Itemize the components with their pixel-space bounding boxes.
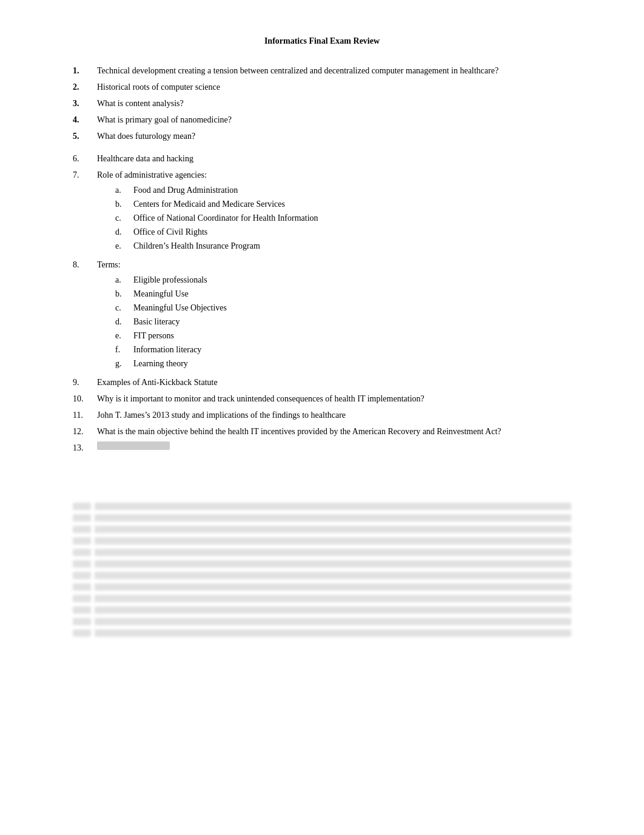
sub-list-item: c. Office of National Coordinator for He… — [115, 212, 571, 224]
sub-list-item: a. Eligible professionals — [115, 273, 571, 286]
item-text: Terms: — [97, 260, 121, 269]
sub-text: Children’s Health Insurance Program — [133, 240, 260, 252]
sub-text: Meaningful Use Objectives — [133, 301, 227, 314]
page: Informatics Final Exam Review 1. Technic… — [0, 0, 644, 835]
sub-text: Food and Drug Administration — [133, 184, 238, 196]
sub-letter: b. — [115, 287, 133, 300]
sub-text: Meaningful Use — [133, 287, 189, 300]
sub-letter: c. — [115, 212, 133, 224]
item-text: Role of administrative agencies: — [97, 170, 207, 179]
list-item: 4. What is primary goal of nanomedicine? — [73, 113, 571, 126]
item-number: 8. — [73, 258, 97, 372]
list-item: 13. — [73, 441, 571, 454]
item-text: Healthcare data and hacking — [97, 152, 571, 165]
item-number: 12. — [73, 425, 97, 438]
item-number: 7. — [73, 169, 97, 255]
item-number: 11. — [73, 409, 97, 421]
list-item: 7. Role of administrative agencies: a. F… — [73, 169, 571, 255]
item-text: Technical development creating a tension… — [97, 64, 571, 77]
item-content: Role of administrative agencies: a. Food… — [97, 169, 571, 255]
sub-letter: a. — [115, 184, 133, 196]
sub-text: Office of National Coordinator for Healt… — [133, 212, 318, 224]
sub-text: Centers for Medicaid and Medicare Servic… — [133, 198, 285, 210]
list-item: 10. Why is it important to monitor and t… — [73, 392, 571, 405]
item-content: Terms: a. Eligible professionals b. Mean… — [97, 258, 571, 372]
sub-list-item: g. Learning theory — [115, 357, 571, 370]
sub-list-item: b. Meaningful Use — [115, 287, 571, 300]
item-number: 1. — [73, 64, 97, 77]
sub-list: a. Eligible professionals b. Meaningful … — [115, 273, 571, 370]
item-number: 5. — [73, 130, 97, 143]
sub-list-item: e. Children’s Health Insurance Program — [115, 240, 571, 252]
sub-text: FIT persons — [133, 329, 174, 342]
item-text: John T. James’s 2013 study and implicati… — [97, 409, 571, 421]
item-text: Examples of Anti-Kickback Statute — [97, 376, 571, 389]
sub-letter: d. — [115, 315, 133, 328]
sub-letter: d. — [115, 226, 133, 238]
item-text: What is primary goal of nanomedicine? — [97, 113, 571, 126]
list-item: 1. Technical development creating a tens… — [73, 64, 571, 77]
sub-letter: f. — [115, 343, 133, 356]
sub-letter: e. — [115, 240, 133, 252]
sub-text: Learning theory — [133, 357, 188, 370]
item-number: 3. — [73, 97, 97, 110]
sub-list-item: b. Centers for Medicaid and Medicare Ser… — [115, 198, 571, 210]
item-text: What does futurology mean? — [97, 130, 571, 143]
list-item: 2. Historical roots of computer science — [73, 81, 571, 93]
sub-text: Eligible professionals — [133, 273, 207, 286]
main-list: 1. Technical development creating a tens… — [73, 64, 571, 454]
sub-list-item: f. Information literacy — [115, 343, 571, 356]
sub-letter: g. — [115, 357, 133, 370]
item-text: Why is it important to monitor and track… — [97, 392, 571, 405]
item-number: 9. — [73, 376, 97, 389]
sub-list-item: c. Meaningful Use Objectives — [115, 301, 571, 314]
sub-list-item: a. Food and Drug Administration — [115, 184, 571, 196]
item-number: 2. — [73, 81, 97, 93]
page-title: Informatics Final Exam Review — [73, 36, 571, 46]
item-text: Historical roots of computer science — [97, 81, 571, 93]
item-text: What is content analysis? — [97, 97, 571, 110]
sub-letter: e. — [115, 329, 133, 342]
list-item: 12. What is the main objective behind th… — [73, 425, 571, 438]
sub-letter: b. — [115, 198, 133, 210]
sub-text: Basic literacy — [133, 315, 180, 328]
blurred-section — [73, 503, 571, 637]
sub-letter: a. — [115, 273, 133, 286]
item-number: 10. — [73, 392, 97, 405]
item-number: 4. — [73, 113, 97, 126]
list-item: 3. What is content analysis? — [73, 97, 571, 110]
redacted-content — [97, 441, 170, 450]
sub-list: a. Food and Drug Administration b. Cente… — [115, 184, 571, 252]
sub-list-item: d. Basic literacy — [115, 315, 571, 328]
list-item: 11. John T. James’s 2013 study and impli… — [73, 409, 571, 421]
sub-text: Information literacy — [133, 343, 201, 356]
sub-list-item: d. Office of Civil Rights — [115, 226, 571, 238]
list-item: 9. Examples of Anti-Kickback Statute — [73, 376, 571, 389]
sub-letter: c. — [115, 301, 133, 314]
list-item: 6. Healthcare data and hacking — [73, 152, 571, 165]
list-item: 5. What does futurology mean? — [73, 130, 571, 143]
item-number: 6. — [73, 152, 97, 165]
sub-list-item: e. FIT persons — [115, 329, 571, 342]
list-item: 8. Terms: a. Eligible professionals b. M… — [73, 258, 571, 372]
item-number: 13. — [73, 441, 97, 454]
sub-text: Office of Civil Rights — [133, 226, 207, 238]
item-text: What is the main objective behind the he… — [97, 425, 571, 438]
